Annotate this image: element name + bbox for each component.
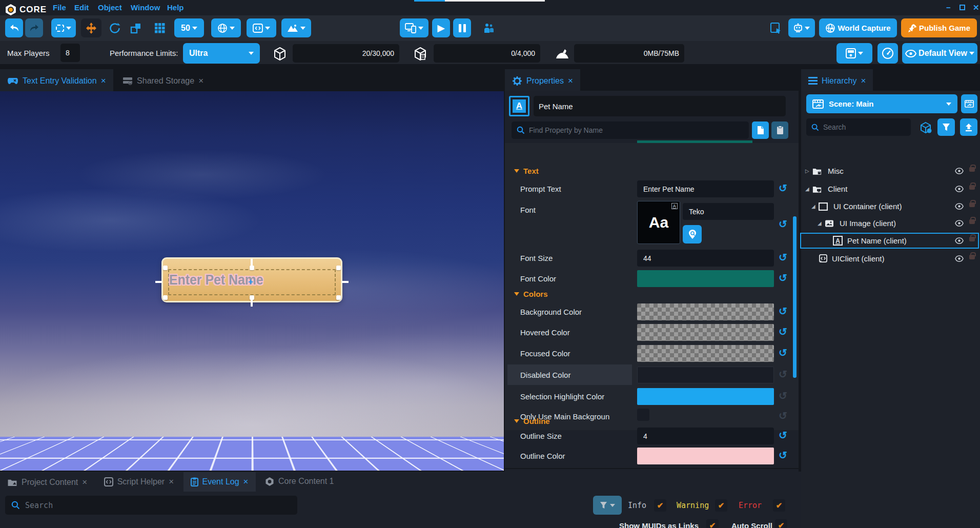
reset-icon[interactable]: ↺	[779, 272, 787, 284]
background-color-swatch[interactable]	[637, 303, 774, 320]
font-name-field[interactable]	[683, 203, 774, 220]
paste-properties-button[interactable]	[771, 121, 788, 139]
publish-game-button[interactable]: Publish Game	[901, 18, 977, 37]
reset-icon[interactable]: ↺	[779, 305, 787, 317]
selection-handle-bar[interactable]	[251, 300, 253, 307]
selection-handle[interactable]	[336, 266, 341, 270]
font-preview-thumbnail[interactable]: Aa A	[637, 201, 680, 244]
performance-gauge-button[interactable]	[877, 43, 898, 64]
tab-properties[interactable]: Properties×	[505, 69, 580, 92]
reset-icon[interactable]: ↺	[779, 429, 787, 441]
tree-row-client[interactable]: ◢ Client	[801, 182, 978, 196]
tree-row-ui-container[interactable]: ◢ UI Container (client)	[801, 199, 978, 213]
reset-icon[interactable]: ↺	[779, 218, 787, 230]
properties-scrollbar[interactable]	[793, 216, 797, 378]
collapse-all-button[interactable]	[960, 118, 977, 136]
reset-icon[interactable]: ↺	[779, 410, 787, 422]
section-outline[interactable]: Outline	[514, 417, 550, 425]
copy-properties-button[interactable]	[752, 121, 769, 139]
log-filter-dropdown[interactable]	[593, 496, 622, 515]
menu-edit[interactable]: Edit	[74, 0, 89, 15]
selection-handle[interactable]	[250, 266, 254, 270]
close-tab-icon[interactable]: ×	[82, 477, 87, 488]
visibility-eye-icon[interactable]	[955, 203, 964, 210]
font-size-input[interactable]	[637, 250, 774, 267]
tab-project-content[interactable]: Project Content×	[0, 473, 94, 492]
world-capture-button[interactable]: World Capture	[819, 18, 897, 37]
reset-icon[interactable]: ↺	[779, 449, 787, 461]
close-tab-icon[interactable]: ×	[861, 76, 866, 86]
restore-icon[interactable]	[959, 5, 965, 10]
selection-handle-bar[interactable]	[155, 281, 162, 283]
tab-shared-storage[interactable]: Shared Storage×	[115, 69, 211, 92]
selection-mode-dropdown[interactable]	[51, 18, 76, 37]
expand-expanded-icon[interactable]: ◢	[811, 204, 815, 209]
selection-handle[interactable]	[336, 295, 341, 300]
selection-handle[interactable]	[250, 295, 254, 300]
tab-script-helper[interactable]: Script Helper×	[97, 472, 181, 492]
section-text[interactable]: Text	[514, 167, 539, 175]
close-tab-icon[interactable]: ×	[169, 477, 174, 487]
info-checkbox[interactable]: ✔	[654, 499, 666, 512]
selection-handle-bar[interactable]	[342, 281, 349, 283]
reset-icon[interactable]: ↺	[779, 251, 787, 263]
lock-icon[interactable]	[969, 237, 975, 241]
reset-icon[interactable]: ↺	[779, 390, 787, 402]
world-settings-dropdown[interactable]	[211, 18, 241, 37]
menu-object[interactable]: Object	[98, 0, 122, 15]
close-tab-icon[interactable]: ×	[101, 76, 106, 86]
visibility-eye-icon[interactable]	[955, 186, 964, 192]
hierarchy-filter-button[interactable]	[937, 118, 955, 136]
screenshot-mode-button[interactable]	[767, 18, 785, 37]
move-tool-button[interactable]	[81, 18, 101, 37]
outline-color-swatch[interactable]	[637, 448, 774, 464]
expand-expanded-icon[interactable]: ◢	[805, 186, 809, 192]
tab-text-entry-validation[interactable]: Text Entry Validation×	[0, 69, 113, 92]
scene-selector-dropdown[interactable]: Scene: Main	[806, 94, 957, 113]
scale-tool-button[interactable]	[127, 18, 145, 37]
expand-expanded-icon[interactable]: ◢	[818, 220, 822, 226]
visibility-eye-icon[interactable]	[955, 168, 964, 174]
property-search[interactable]	[512, 121, 749, 139]
save-dropdown[interactable]	[836, 43, 872, 64]
max-players-input[interactable]	[60, 44, 80, 62]
warning-checkbox[interactable]: ✔	[715, 499, 727, 512]
minimize-icon[interactable]: −	[946, 0, 951, 15]
hierarchy-search[interactable]	[806, 118, 911, 136]
bot-tools-dropdown[interactable]	[788, 18, 815, 37]
redo-button[interactable]	[25, 18, 43, 37]
event-log-search[interactable]	[5, 496, 297, 515]
visibility-eye-icon[interactable]	[955, 255, 964, 262]
terrain-dropdown[interactable]	[281, 18, 311, 37]
object-name-input[interactable]	[534, 96, 786, 116]
performance-limits-dropdown[interactable]: Ultra	[183, 43, 260, 64]
focused-color-swatch[interactable]	[637, 345, 774, 362]
reset-icon[interactable]: ↺	[779, 326, 787, 338]
multiplayer-preview-dropdown[interactable]	[400, 18, 428, 37]
close-tab-icon[interactable]: ×	[198, 76, 203, 86]
hierarchy-search-input[interactable]	[823, 123, 900, 131]
visibility-eye-icon[interactable]	[955, 220, 964, 227]
close-tab-icon[interactable]: ×	[243, 477, 249, 487]
auto-scroll-checkbox[interactable]: ✔	[775, 519, 787, 528]
selection-highlight-color-swatch[interactable]	[637, 388, 774, 405]
undo-button[interactable]	[5, 18, 23, 37]
networked-test-button[interactable]	[480, 18, 498, 37]
error-checkbox[interactable]: ✔	[773, 499, 785, 512]
tab-hierarchy[interactable]: Hierarchy×	[801, 69, 873, 92]
font-color-swatch[interactable]	[637, 270, 774, 287]
play-button[interactable]: ▶	[432, 18, 450, 37]
tree-row-pet-name[interactable]: A Pet Name (client)	[801, 234, 978, 248]
reset-icon[interactable]: ↺	[779, 347, 787, 359]
reset-icon[interactable]: ↺	[779, 182, 787, 194]
tree-row-ui-image[interactable]: ◢ UI Image (client)	[801, 216, 978, 230]
show-muids-checkbox[interactable]: ✔	[706, 519, 719, 528]
menu-window[interactable]: Window	[131, 0, 160, 15]
only-main-background-checkbox[interactable]	[637, 409, 649, 421]
disabled-color-swatch[interactable]	[637, 367, 774, 383]
hovered-color-swatch[interactable]	[637, 324, 774, 341]
grid-size-dropdown[interactable]: 50	[174, 18, 204, 37]
lock-icon[interactable]	[969, 202, 975, 207]
section-colors[interactable]: Colors	[514, 290, 548, 298]
expand-collapsed-icon[interactable]: ▷	[805, 168, 809, 174]
